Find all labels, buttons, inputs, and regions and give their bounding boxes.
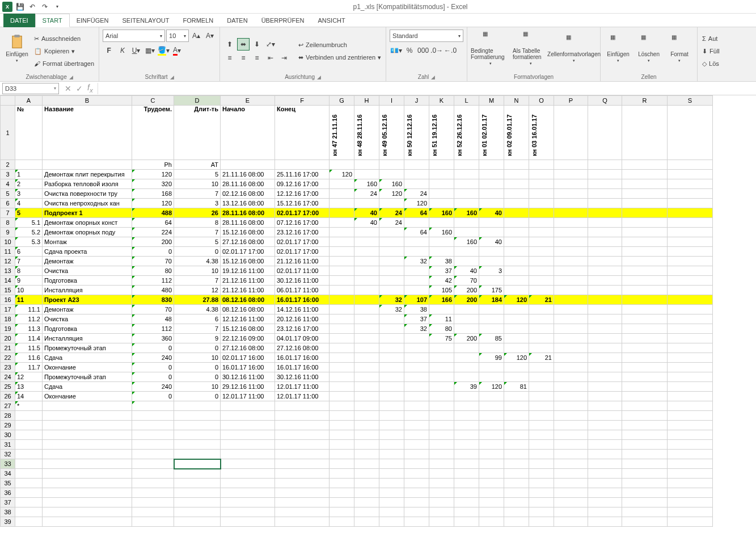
cell-L36[interactable] (454, 488, 479, 498)
cell-R30[interactable] (622, 430, 668, 440)
row-header-1[interactable]: 1 (1, 106, 15, 160)
cell-F29[interactable] (275, 421, 330, 430)
cell-R29[interactable] (622, 421, 668, 430)
cell-H37[interactable] (354, 498, 379, 507)
cell-K37[interactable] (429, 498, 454, 507)
cell-Q29[interactable] (588, 421, 622, 430)
col-header-H[interactable]: H (354, 96, 379, 106)
cell-K30[interactable] (429, 430, 454, 440)
row-header-6[interactable]: 6 (1, 199, 15, 208)
row-header-16[interactable]: 16 (1, 295, 15, 305)
cell-E33[interactable] (221, 459, 275, 469)
cell-M31[interactable] (479, 440, 504, 450)
cell-C35[interactable] (132, 479, 174, 488)
percent-icon[interactable]: % (403, 44, 416, 57)
cell-O32[interactable] (529, 450, 554, 459)
cell-K31[interactable] (429, 440, 454, 450)
cell-M33[interactable] (479, 459, 504, 469)
cell-O30[interactable] (529, 430, 554, 440)
cell-L30[interactable] (454, 430, 479, 440)
cell-L34[interactable] (454, 469, 479, 479)
cell-S35[interactable] (668, 479, 713, 488)
cell-M30[interactable] (479, 430, 504, 440)
cell-B39[interactable] (43, 517, 132, 527)
font-dialog-icon[interactable]: ◢ (170, 74, 174, 80)
col-header-G[interactable]: G (330, 96, 354, 106)
cell-N38[interactable] (504, 507, 529, 517)
cell-E39[interactable] (221, 517, 275, 527)
cell-K35[interactable] (429, 479, 454, 488)
cell-B33[interactable] (43, 459, 132, 469)
col-header-L[interactable]: L (454, 96, 479, 106)
cell-H33[interactable] (354, 459, 379, 469)
cell-P34[interactable] (554, 469, 588, 479)
cell-L28[interactable] (454, 411, 479, 421)
row-header-9[interactable]: 9 (1, 228, 15, 237)
cell-O28[interactable] (529, 411, 554, 421)
cell-S36[interactable] (668, 488, 713, 498)
row-header-23[interactable]: 23 (1, 363, 15, 372)
cell-O34[interactable] (529, 469, 554, 479)
cell-C38[interactable] (132, 507, 174, 517)
cell-I31[interactable] (379, 440, 404, 450)
cell-C34[interactable] (132, 469, 174, 479)
cell-R28[interactable] (622, 411, 668, 421)
col-header-A[interactable]: A (15, 96, 43, 106)
cell-G34[interactable] (330, 469, 354, 479)
cell-F33[interactable] (275, 459, 330, 469)
cell-C29[interactable] (132, 421, 174, 430)
row-header-7[interactable]: 7 (1, 208, 15, 218)
row-header-10[interactable]: 10 (1, 237, 15, 247)
row-header-29[interactable]: 29 (1, 421, 15, 430)
align-middle-icon[interactable]: ⬌ (237, 38, 250, 51)
align-right-icon[interactable]: ≡ (251, 52, 263, 64)
cell-A30[interactable] (15, 430, 43, 440)
cell-C32[interactable] (132, 450, 174, 459)
cell-A35[interactable] (15, 479, 43, 488)
col-header-I[interactable]: I (379, 96, 404, 106)
row-header-19[interactable]: 19 (1, 324, 15, 334)
cell-D36[interactable] (174, 488, 221, 498)
cell-S39[interactable] (668, 517, 713, 527)
fill-button[interactable]: ⬇ Füll (701, 45, 721, 57)
tab-daten[interactable]: DATEN (220, 14, 254, 27)
cell-D28[interactable] (174, 411, 221, 421)
cell-I28[interactable] (379, 411, 404, 421)
row-header-26[interactable]: 26 (1, 392, 15, 401)
cell-B28[interactable] (43, 411, 132, 421)
cell-A29[interactable] (15, 421, 43, 430)
cell-R39[interactable] (622, 517, 668, 527)
cell-H38[interactable] (354, 507, 379, 517)
cell-E38[interactable] (221, 507, 275, 517)
align-bottom-icon[interactable]: ⬇ (251, 38, 263, 51)
row-header-24[interactable]: 24 (1, 372, 15, 382)
row-header-25[interactable]: 25 (1, 382, 15, 392)
cell-N33[interactable] (504, 459, 529, 469)
row-header-27[interactable]: 27 (1, 401, 15, 411)
cell-K29[interactable] (429, 421, 454, 430)
cell-L33[interactable] (454, 459, 479, 469)
cell-I34[interactable] (379, 469, 404, 479)
align-left-icon[interactable]: ≡ (223, 52, 236, 64)
cell-E35[interactable] (221, 479, 275, 488)
cell-K32[interactable] (429, 450, 454, 459)
cell-M38[interactable] (479, 507, 504, 517)
align-dialog-icon[interactable]: ◢ (317, 74, 321, 80)
col-header-B[interactable]: B (43, 96, 132, 106)
cell-A36[interactable] (15, 488, 43, 498)
tab-einfuegen[interactable]: EINFÜGEN (70, 14, 116, 27)
cell-Q39[interactable] (588, 517, 622, 527)
cell-I39[interactable] (379, 517, 404, 527)
cell-K36[interactable] (429, 488, 454, 498)
increase-font-icon[interactable]: A▴ (190, 30, 202, 42)
cell-M34[interactable] (479, 469, 504, 479)
sheet-area[interactable]: ABCDEFGHIJKLMNOPQRS1№НазваниеТрудоем.Дли… (0, 95, 756, 537)
fx-icon[interactable]: fx (87, 83, 93, 94)
align-center-icon[interactable]: ≡ (237, 52, 250, 64)
cell-J34[interactable] (404, 469, 429, 479)
cell-E36[interactable] (221, 488, 275, 498)
cell-D31[interactable] (174, 440, 221, 450)
cell-L37[interactable] (454, 498, 479, 507)
cell-C36[interactable] (132, 488, 174, 498)
col-header-K[interactable]: K (429, 96, 454, 106)
